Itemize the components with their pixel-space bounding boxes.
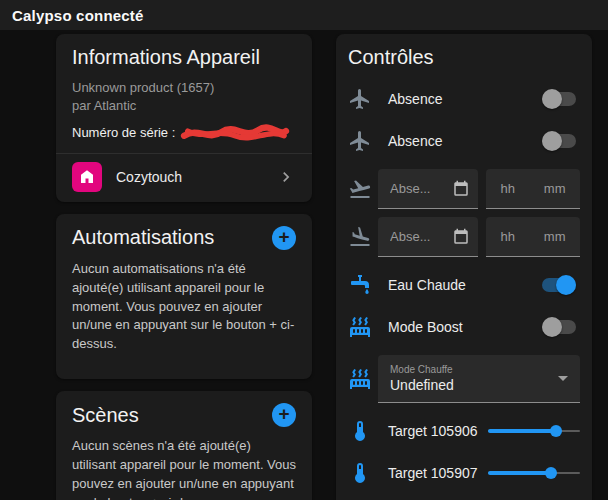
control-row-absence-1: Absence (348, 79, 580, 119)
absence-1-toggle[interactable] (542, 92, 576, 106)
faucet-icon (348, 273, 372, 297)
serial-label: Numéro de série : (72, 125, 175, 140)
add-scene-button[interactable]: + (272, 403, 296, 427)
control-row-target-105906: Target 105906 (348, 411, 580, 451)
content-area: Informations Appareil Unknown product (1… (0, 30, 608, 500)
departure-date-value: Abse... (390, 181, 430, 196)
airplane-landing-icon (348, 225, 372, 249)
left-column: Informations Appareil Unknown product (1… (56, 34, 312, 500)
airplane-takeoff-icon (348, 177, 372, 201)
control-row-target-105907: Target 105907 (348, 453, 580, 493)
departure-date-field[interactable]: Abse... (378, 169, 478, 209)
slider-knob[interactable] (550, 425, 562, 437)
dropdown-caret-icon (558, 376, 568, 381)
automations-card: Automatisations + Aucun automatisations … (56, 214, 312, 379)
target-105907-slider[interactable] (488, 463, 580, 483)
arrival-hh[interactable]: hh (500, 229, 514, 244)
control-row-mode-chauffe: Mode Chauffe Undefined (348, 355, 580, 403)
mode-boost-label: Mode Boost (388, 319, 542, 335)
add-automation-button[interactable]: + (272, 226, 296, 250)
arrival-date-field[interactable]: Abse... (378, 217, 478, 257)
mode-boost-toggle[interactable] (542, 320, 576, 334)
cozytouch-app-icon (72, 162, 102, 192)
slider-knob[interactable] (545, 467, 557, 479)
control-row-eau-chaude: Eau Chaude (348, 265, 580, 305)
controls-title: Contrôles (348, 46, 580, 69)
absence-2-toggle[interactable] (542, 134, 576, 148)
scenes-title: Scènes (72, 404, 139, 427)
controls-card: Contrôles Absence Absence (336, 34, 592, 500)
eau-chaude-toggle[interactable] (542, 278, 576, 292)
page-title: Calypso connecté (12, 7, 144, 24)
calendar-icon[interactable] (452, 228, 470, 246)
cozytouch-app-name: Cozytouch (116, 169, 276, 185)
mode-chauffe-select-value: Undefined (390, 377, 558, 393)
control-row-absence-2: Absence (348, 121, 580, 161)
arrival-date-value: Abse... (390, 229, 430, 244)
right-column: Contrôles Absence Absence (336, 34, 592, 500)
mode-chauffe-select[interactable]: Mode Chauffe Undefined (378, 355, 580, 403)
absence-2-label: Absence (388, 133, 542, 149)
chevron-right-icon (276, 167, 296, 187)
arrival-mm[interactable]: mm (544, 229, 566, 244)
product-name: Unknown product (1657) (72, 79, 296, 97)
absence-1-label: Absence (388, 91, 542, 107)
mode-chauffe-select-label: Mode Chauffe (390, 364, 558, 375)
departure-hh[interactable]: hh (500, 181, 514, 196)
radiator-icon (348, 367, 372, 391)
radiator-icon (348, 315, 372, 339)
control-row-temp-312: Temp_312 (348, 495, 580, 500)
airplane-icon (348, 129, 372, 153)
device-info-card: Informations Appareil Unknown product (1… (56, 34, 312, 202)
serial-number-line: Numéro de série : (72, 123, 296, 143)
thermometer-icon (348, 461, 372, 485)
app-header: Calypso connecté (0, 0, 608, 30)
target-105907-label: Target 105907 (388, 465, 480, 481)
cozytouch-app-row[interactable]: Cozytouch (56, 153, 312, 202)
control-row-arrival: Abse... hh mm (348, 217, 580, 257)
automations-title: Automatisations (72, 226, 214, 249)
scenes-empty-text: Aucun scènes n'a été ajouté(e) utilisant… (72, 437, 296, 500)
departure-mm[interactable]: mm (544, 181, 566, 196)
serial-redaction-scribble (179, 123, 291, 143)
thermometer-icon (348, 419, 372, 443)
arrival-time-field[interactable]: hh mm (486, 217, 580, 257)
eau-chaude-label: Eau Chaude (388, 277, 542, 293)
control-row-mode-boost: Mode Boost (348, 307, 580, 347)
airplane-icon (348, 87, 372, 111)
departure-time-field[interactable]: hh mm (486, 169, 580, 209)
control-row-departure: Abse... hh mm (348, 169, 580, 209)
calendar-icon[interactable] (452, 180, 470, 198)
target-105906-slider[interactable] (488, 421, 580, 441)
scenes-card: Scènes + Aucun scènes n'a été ajouté(e) … (56, 391, 312, 500)
automations-empty-text: Aucun automatisations n'a été ajouté(e) … (72, 260, 296, 354)
manufacturer: par Atlantic (72, 97, 296, 115)
device-info-title: Informations Appareil (72, 46, 296, 69)
target-105906-label: Target 105906 (388, 423, 480, 439)
